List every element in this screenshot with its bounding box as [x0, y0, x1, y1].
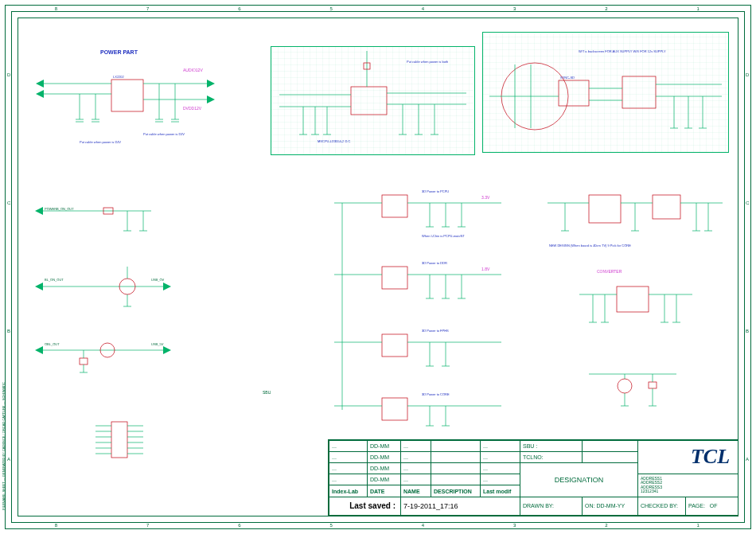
svg-text:Put cable when power is DJV: Put cable when power is DJV: [80, 140, 121, 144]
schematic-block-3: W/T a backscreen FOR AUX SUPPLY W/S FOR …: [482, 32, 729, 153]
svg-rect-173: [649, 382, 657, 388]
rev-cell: ...: [329, 462, 368, 474]
ruler-left-cell: B: [746, 329, 749, 333]
ruler-top-cell: 8: [55, 523, 57, 528]
ruler-left-cell: B: [7, 329, 10, 333]
schematic-block-small1: [581, 358, 684, 422]
svg-marker-77: [163, 283, 171, 290]
ruler-top-cell: 7: [146, 523, 149, 528]
schematic-block-newdesign: NEW DESIGN (When board is 40cm TV) 9 Pic…: [541, 179, 728, 251]
ruler-top-cell: 6: [238, 523, 240, 528]
svg-text:1.8V: 1.8V: [481, 267, 490, 271]
sbu-label: SBU :: [520, 441, 583, 452]
svg-text:USB_OV: USB_OV: [151, 278, 165, 282]
svg-text:3D Power to CORE: 3D Power to CORE: [422, 392, 450, 396]
rev-cell: ...: [481, 474, 520, 485]
rev-cell: DD-MM: [368, 462, 401, 474]
svg-text:Put cable when power is both: Put cable when power is both: [407, 60, 448, 64]
rev-cell: [431, 441, 481, 452]
rev-cell: DD-MM: [368, 451, 401, 462]
address-block: ADDRESS1 ADDRESS2 ADDRESS3 12312341: [638, 474, 738, 497]
svg-rect-125: [382, 334, 407, 357]
svg-point-169: [618, 379, 632, 393]
schematic-block-2: MSCPU-LD3554-2 D.C Put cable when power …: [271, 46, 475, 155]
svg-rect-47: [559, 80, 589, 106]
svg-text:3D Power to DDR: 3D Power to DDR: [422, 261, 447, 265]
ruler-top-cell: 1: [696, 523, 699, 528]
rev-header: NAME: [401, 485, 431, 497]
svg-marker-62: [35, 207, 43, 215]
svg-rect-89: [111, 422, 127, 458]
rev-cell: ...: [401, 451, 431, 462]
checked-by-label: CHECKED BY:: [638, 497, 686, 515]
svg-text:NEW DESIGN (When board is 40cm: NEW DESIGN (When board is 40cm TV) 9 Pic…: [549, 244, 631, 248]
svg-marker-79: [35, 346, 43, 354]
svg-text:POWERB_ON_OUT: POWERB_ON_OUT: [45, 207, 74, 211]
rev-cell: ...: [401, 462, 431, 474]
svg-text:USB_5V: USB_5V: [151, 342, 164, 346]
label-sbu-floating: SBU: [263, 390, 271, 395]
svg-text:CONVERTER: CONVERTER: [597, 269, 622, 274]
svg-rect-25: [351, 87, 387, 115]
svg-rect-157: [617, 286, 649, 312]
ruler-left-cell: A: [746, 457, 749, 462]
ruler-top-cell: 3: [513, 6, 516, 11]
rev-header: Last modif: [481, 485, 520, 497]
rev-header: DATE: [368, 485, 401, 497]
title-block: ... DD-MM ... ... SBU : TCL ... DD-MM ..…: [328, 439, 738, 516]
rev-cell: ...: [481, 451, 520, 462]
ruler-top-cell: 4: [422, 523, 424, 528]
svg-text:3.3V: 3.3V: [481, 195, 490, 200]
last-saved-value: 7-19-2011_17:16: [401, 497, 520, 515]
svg-rect-114: [382, 267, 407, 289]
ruler-top-cell: 1: [696, 6, 699, 11]
rev-header: DESCRIPTION: [431, 485, 481, 497]
rev-cell: [431, 451, 481, 462]
svg-rect-142: [589, 195, 621, 223]
svg-marker-1: [36, 80, 44, 88]
svg-text:Put cable when power is DJV: Put cable when power is DJV: [143, 132, 185, 136]
svg-marker-9: [207, 95, 215, 103]
svg-rect-102: [382, 195, 407, 217]
schematic-block-power-part: LX2202 AUDIO12V DVDD12V Put cable when p…: [32, 56, 223, 151]
sbu-value: [583, 441, 638, 452]
rev-cell: ...: [329, 441, 368, 452]
ic-label-u104: SYNC-SD: [560, 76, 575, 80]
on-cell: ON: DD-MM-YY: [583, 497, 638, 515]
svg-text:3D Power to FPHS: 3D Power to FPHS: [422, 329, 449, 333]
rev-cell: DD-MM: [368, 474, 401, 485]
svg-marker-70: [35, 283, 43, 290]
section-title-power-part: POWER PART: [100, 49, 138, 55]
rev-cell: [431, 474, 481, 485]
page-cell: PAGE: OF: [686, 497, 738, 515]
svg-marker-6: [207, 80, 215, 88]
svg-text:OBL_OUT: OBL_OUT: [45, 342, 60, 346]
svg-marker-3: [36, 90, 44, 98]
svg-rect-0: [111, 80, 143, 111]
ruler-top-cell: 5: [329, 6, 332, 11]
ruler-left-cell: C: [7, 201, 10, 205]
ruler-top-cell: 5: [329, 523, 332, 528]
rev-cell: ...: [401, 474, 431, 485]
svg-text:3D Power to PCPU: 3D Power to PCPU: [422, 189, 449, 193]
ruler-top-cell: 8: [55, 6, 57, 11]
ruler-left-cell: A: [7, 457, 10, 462]
ruler-left-cell: D: [746, 72, 749, 77]
svg-text:When I-Chin is PCPU-matcNT: When I-Chin is PCPU-matcNT: [422, 234, 465, 238]
ruler-top-cell: 7: [146, 6, 149, 11]
svg-text:BL_ON_OUT: BL_ON_OUT: [45, 278, 64, 282]
schematic-block-obl: OBL_OUT USB_5V: [32, 326, 191, 382]
designation-label: DESIGNATION: [520, 462, 638, 497]
ic-label-u102: MSCPU-LD3554-2 D.C: [318, 139, 350, 143]
rev-cell: ...: [401, 441, 431, 452]
tclno-value: [583, 451, 638, 462]
tclno-label: TCLNO:: [520, 451, 583, 462]
svg-rect-143: [653, 195, 680, 219]
schematic-block-bl-on: BL_ON_OUT USB_OV: [32, 259, 191, 314]
schematic-block-powerb-on: POWERB_ON_OUT: [32, 191, 175, 239]
rev-cell: DD-MM: [368, 441, 401, 452]
ruler-left-cell: C: [746, 201, 749, 205]
ruler-top-cell: 2: [605, 6, 607, 11]
schematic-block-header: [88, 414, 151, 462]
ruler-top-cell: 4: [422, 6, 424, 11]
